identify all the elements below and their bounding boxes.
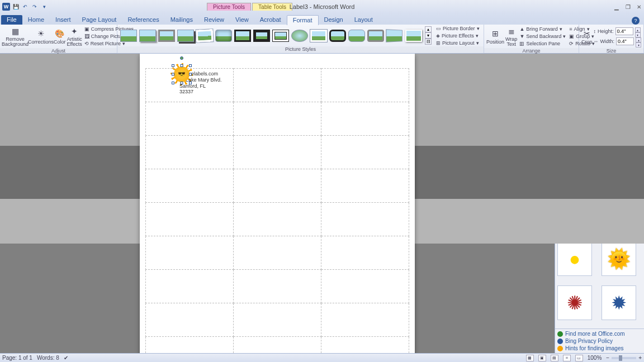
tab-insert[interactable]: Insert (50, 15, 77, 25)
style-thumb[interactable] (348, 30, 365, 42)
zoom-level[interactable]: 100% (588, 355, 602, 361)
clipart-result[interactable]: ✺ (557, 285, 592, 320)
help-icon[interactable]: ? (632, 17, 640, 25)
styles-more[interactable]: ⊟ (425, 39, 432, 45)
minimize-button[interactable]: ▁ (613, 3, 621, 10)
label-cell[interactable] (234, 69, 321, 102)
width-spinner[interactable]: ▴▾ (636, 37, 641, 45)
picture-layout-button[interactable]: ⊞Picture Layout ▾ (435, 40, 481, 46)
label-cell[interactable] (234, 236, 321, 270)
label-cell[interactable] (234, 102, 321, 136)
clipart-result[interactable]: ✹ (602, 285, 636, 320)
qat-dropdown-icon[interactable]: ▾ (40, 3, 48, 11)
document-area[interactable]: 😎 (0, 54, 555, 353)
styles-scroll-down[interactable]: ▾ (425, 32, 432, 39)
clipart-result[interactable]: ● (557, 241, 592, 276)
tab-design[interactable]: Design (319, 15, 349, 25)
label-cell[interactable] (321, 203, 409, 236)
position-button[interactable]: ⊞Position (486, 26, 504, 47)
style-thumb[interactable] (120, 30, 137, 42)
style-thumb[interactable] (272, 30, 289, 42)
label-cell[interactable] (234, 203, 321, 236)
height-input[interactable] (615, 27, 633, 35)
label-cell[interactable] (234, 136, 321, 169)
picture-border-button[interactable]: ▭Picture Border ▾ (435, 25, 481, 32)
selection-pane-button[interactable]: ▥Selection Pane (518, 40, 567, 47)
undo-icon[interactable]: ↶ (21, 3, 29, 11)
tab-file[interactable]: File (1, 15, 22, 25)
style-thumb[interactable] (215, 30, 232, 42)
label-cell[interactable] (234, 169, 321, 203)
corrections-button[interactable]: ☀ Corrections (29, 26, 53, 47)
tab-page-layout[interactable]: Page Layout (77, 15, 122, 25)
crop-button[interactable]: ✂Crop (581, 26, 593, 47)
tab-format[interactable]: Format (287, 15, 319, 25)
label-cell[interactable] (146, 270, 234, 303)
view-print-layout[interactable]: ▦ (526, 355, 534, 361)
style-thumb[interactable] (177, 30, 194, 42)
style-thumb[interactable] (386, 29, 402, 42)
remove-background-button[interactable]: ▦ Remove Background (2, 26, 28, 47)
label-cell[interactable] (321, 337, 409, 354)
bing-privacy-link[interactable]: Bing Privacy Policy (557, 337, 642, 345)
label-cell[interactable] (146, 136, 234, 169)
label-cell[interactable] (146, 236, 234, 270)
label-cell[interactable] (146, 102, 234, 136)
label-cell[interactable] (321, 303, 409, 337)
picture-effects-button[interactable]: ◈Picture Effects ▾ (435, 32, 481, 39)
tab-acrobat[interactable]: Acrobat (254, 15, 287, 25)
hints-link[interactable]: Hints for finding images (557, 345, 642, 352)
styles-scroll-up[interactable]: ▴ (425, 26, 432, 32)
view-web-layout[interactable]: ▤ (551, 355, 558, 361)
width-input[interactable] (616, 37, 634, 45)
bring-forward-button[interactable]: ▲Bring Forward ▾ (518, 26, 567, 32)
label-cell[interactable] (321, 102, 409, 136)
style-thumb[interactable] (291, 30, 308, 42)
label-cell[interactable] (234, 337, 321, 354)
status-page[interactable]: Page: 1 of 1 (2, 355, 32, 361)
label-cell[interactable] (321, 136, 409, 169)
label-cell[interactable] (234, 303, 321, 337)
label-cell-1[interactable]: 😎 (146, 69, 234, 102)
label-cell[interactable] (321, 169, 409, 203)
color-button[interactable]: 🎨 Color (54, 26, 66, 47)
label-cell[interactable] (321, 69, 409, 102)
artistic-effects-button[interactable]: ✦ Artistic Effects (67, 26, 82, 47)
tab-mailings[interactable]: Mailings (165, 15, 198, 25)
restore-button[interactable]: ❐ (624, 3, 632, 10)
view-full-screen[interactable]: ▣ (538, 355, 546, 361)
style-thumb[interactable] (158, 30, 175, 42)
tab-references[interactable]: References (122, 15, 164, 25)
label-cell[interactable] (146, 303, 234, 337)
label-cell[interactable] (321, 236, 409, 270)
label-cell[interactable] (321, 270, 409, 303)
save-icon[interactable]: 💾 (12, 3, 20, 11)
zoom-in-button[interactable]: + (638, 355, 642, 361)
view-outline[interactable]: ≡ (563, 355, 571, 361)
style-thumb[interactable] (196, 29, 213, 42)
wrap-text-button[interactable]: ≣Wrap Text (505, 26, 517, 47)
zoom-out-button[interactable]: − (606, 355, 609, 361)
style-thumb[interactable] (310, 30, 327, 42)
tab-view[interactable]: View (230, 15, 254, 25)
style-thumb[interactable] (405, 30, 422, 42)
tab-layout[interactable]: Layout (349, 15, 378, 25)
view-draft[interactable]: ▭ (575, 355, 583, 361)
clipart-result[interactable]: 🌞 (602, 241, 636, 276)
redo-icon[interactable]: ↷ (31, 3, 39, 11)
label-cell[interactable] (146, 203, 234, 236)
style-thumb[interactable] (139, 30, 156, 42)
style-thumb[interactable] (329, 30, 346, 42)
style-thumb[interactable] (367, 30, 384, 42)
word-app-icon[interactable]: W (2, 3, 10, 11)
label-cell[interactable] (146, 337, 234, 354)
find-more-link[interactable]: Find more at Office.com (557, 330, 642, 337)
send-backward-button[interactable]: ▼Send Backward ▾ (518, 33, 567, 40)
label-cell[interactable] (146, 169, 234, 203)
close-window-button[interactable]: ✕ (635, 3, 643, 10)
style-thumb[interactable] (234, 30, 251, 42)
inserted-clipart-sun[interactable]: 😎 (174, 66, 190, 82)
tab-home[interactable]: Home (22, 15, 50, 25)
style-thumb[interactable] (253, 30, 270, 42)
tab-review[interactable]: Review (198, 15, 230, 25)
